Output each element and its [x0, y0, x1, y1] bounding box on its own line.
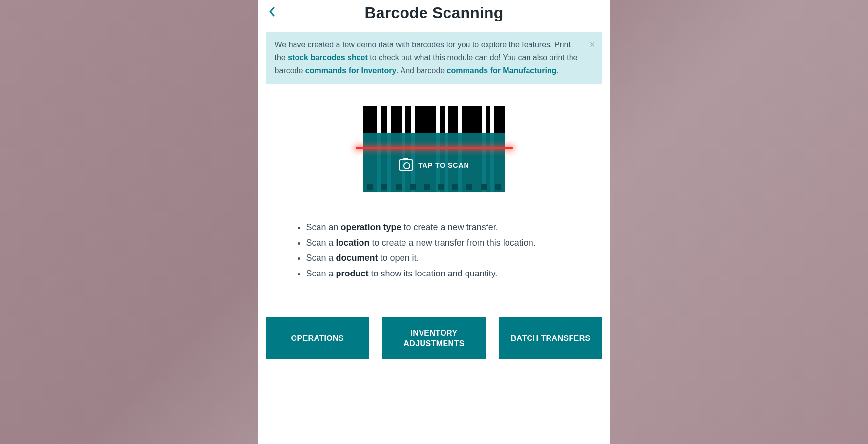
batch-transfers-button[interactable]: BATCH TRANSFERS: [499, 317, 602, 359]
hints-list: Scan an operation type to create a new t…: [298, 220, 602, 281]
hint-item: Scan a location to create a new transfer…: [306, 235, 602, 251]
scan-area: TAP TO SCAN: [266, 106, 602, 192]
tap-to-scan-label-row: TAP TO SCAN: [363, 159, 505, 171]
alert-text-3: . And barcode: [396, 66, 446, 75]
hint-item: Scan a document to open it.: [306, 251, 602, 266]
camera-icon: [399, 159, 413, 171]
tap-to-scan-label: TAP TO SCAN: [418, 161, 469, 169]
link-stock-barcodes-sheet[interactable]: stock barcodes sheet: [288, 53, 368, 62]
divider: [266, 305, 602, 305]
info-alert: We have created a few demo data with bar…: [266, 32, 602, 84]
barcode-illustration-top: [363, 106, 505, 135]
scan-laser-line: [356, 147, 513, 149]
hint-item: Scan an operation type to create a new t…: [306, 220, 602, 235]
link-commands-inventory[interactable]: commands for Inventory: [305, 66, 397, 75]
tap-to-scan-button[interactable]: TAP TO SCAN: [363, 106, 505, 192]
inventory-adjustments-button[interactable]: INVENTORY ADJUSTMENTS: [382, 317, 486, 359]
back-button[interactable]: [268, 7, 275, 19]
page-header: Barcode Scanning: [266, 0, 602, 28]
alert-close-button[interactable]: ×: [590, 37, 595, 53]
operations-button[interactable]: OPERATIONS: [266, 317, 369, 359]
page-title: Barcode Scanning: [364, 4, 503, 22]
link-commands-manufacturing[interactable]: commands for Manufacturing: [447, 66, 557, 75]
action-button-row: OPERATIONS INVENTORY ADJUSTMENTS BATCH T…: [266, 317, 602, 359]
barcode-dots: [367, 184, 501, 190]
barcode-page: Barcode Scanning We have created a few d…: [258, 0, 610, 444]
hint-item: Scan a product to show its location and …: [306, 266, 602, 282]
chevron-left-icon: [268, 7, 275, 17]
alert-text-4: .: [557, 66, 559, 75]
